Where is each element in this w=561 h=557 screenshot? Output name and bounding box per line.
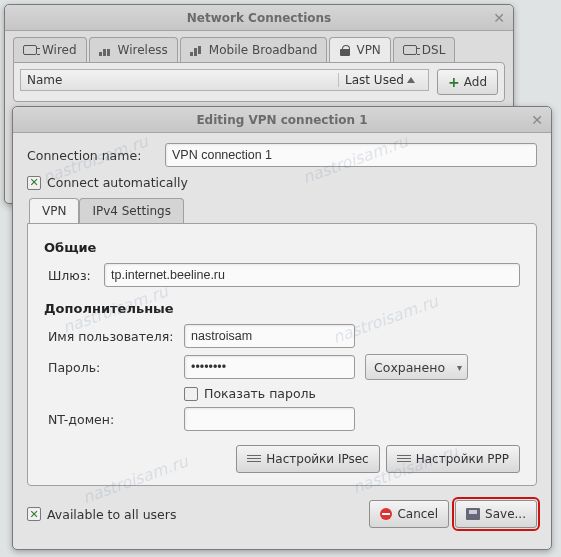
vpn-settings-panel: Общие Шлюз: Дополнительные Имя пользоват… [27, 223, 537, 486]
plus-icon: + [448, 74, 460, 90]
connection-list-panel: Name Last Used +Add [13, 62, 505, 102]
subtab-ipv4[interactable]: IPv4 Settings [79, 198, 184, 223]
password-input[interactable] [184, 355, 355, 379]
connect-automatically-checkbox[interactable]: Connect automatically [27, 175, 188, 190]
ipsec-settings-button[interactable]: Настройки IPsec [236, 445, 379, 473]
tab-wireless[interactable]: Wireless [89, 37, 178, 62]
settings-icon [397, 454, 411, 464]
parent-title: Network Connections [27, 11, 491, 25]
add-button[interactable]: +Add [437, 69, 498, 95]
connection-list-header: Name Last Used [20, 69, 429, 91]
cancel-icon [380, 508, 392, 520]
lock-icon [339, 44, 351, 56]
connection-name-row: Connection name: [27, 143, 537, 167]
close-icon[interactable]: ✕ [529, 112, 545, 128]
plug-icon [23, 45, 37, 55]
sort-icon [407, 77, 415, 83]
connection-name-input[interactable] [165, 143, 537, 167]
signal-icon [190, 44, 204, 56]
password-storage-select[interactable]: Сохранено [365, 354, 468, 380]
connection-type-tabs: Wired Wireless Mobile Broadband VPN DSL [5, 31, 513, 62]
available-all-users-checkbox[interactable]: Available to all users [27, 507, 176, 522]
dialog-titlebar: Editing VPN connection 1 ✕ [13, 107, 551, 133]
close-icon[interactable]: ✕ [491, 10, 507, 26]
section-general: Общие [44, 240, 520, 255]
save-button[interactable]: Save... [455, 500, 537, 528]
gateway-input[interactable] [104, 263, 520, 287]
username-label: Имя пользователя: [44, 329, 184, 344]
connection-name-label: Connection name: [27, 148, 157, 163]
tab-mobile-broadband[interactable]: Mobile Broadband [180, 37, 328, 62]
tab-wired[interactable]: Wired [13, 37, 87, 62]
checkbox-icon [184, 387, 198, 401]
editing-vpn-dialog: Editing VPN connection 1 ✕ Connection na… [12, 106, 552, 550]
ppp-settings-button[interactable]: Настройки PPP [386, 445, 520, 473]
tab-vpn[interactable]: VPN [329, 37, 390, 62]
save-icon [466, 508, 480, 520]
plug-icon [403, 45, 417, 55]
checkbox-icon [27, 176, 41, 190]
col-last-used[interactable]: Last Used [338, 73, 428, 87]
username-input[interactable] [184, 324, 355, 348]
parent-titlebar: Network Connections ✕ [5, 5, 513, 31]
ntdomain-input[interactable] [184, 407, 355, 431]
dialog-title: Editing VPN connection 1 [35, 113, 529, 127]
gateway-label: Шлюз: [44, 268, 104, 283]
cancel-button[interactable]: Cancel [369, 500, 449, 528]
checkbox-icon [27, 507, 41, 521]
dialog-subtabs: VPN IPv4 Settings [29, 198, 537, 223]
tab-dsl[interactable]: DSL [393, 37, 456, 62]
col-name[interactable]: Name [21, 73, 338, 87]
section-extra: Дополнительные [44, 301, 520, 316]
show-password-checkbox[interactable]: Показать пароль [184, 386, 316, 401]
password-label: Пароль: [44, 360, 184, 375]
settings-icon [247, 454, 261, 464]
ntdomain-label: NT-домен: [44, 412, 184, 427]
subtab-vpn[interactable]: VPN [29, 198, 79, 223]
signal-icon [99, 44, 113, 56]
